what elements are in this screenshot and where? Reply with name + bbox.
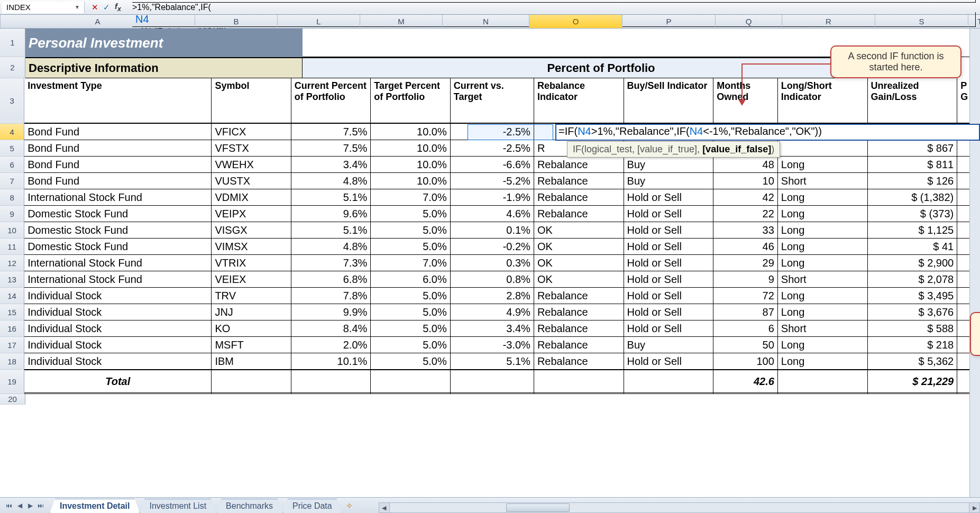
cell-M7[interactable]: 10.0%	[371, 173, 450, 189]
sheet-tab-investment-list[interactable]: Investment List	[139, 499, 216, 513]
cell-M9[interactable]: 5.0%	[371, 206, 450, 222]
row-header-10[interactable]: 10	[0, 222, 24, 239]
cell-B7[interactable]: VUSTX	[212, 173, 291, 189]
cell-S13[interactable]: $ 2,078	[868, 271, 958, 288]
cell-L7[interactable]: 4.8%	[291, 173, 371, 189]
cell-L15[interactable]: 9.9%	[291, 304, 371, 320]
cell-S10[interactable]: $ 1,125	[868, 222, 958, 239]
cell-L6[interactable]: 3.4%	[291, 157, 371, 173]
cell-P17[interactable]: Buy	[624, 337, 714, 353]
row-header-19[interactable]: 19	[0, 370, 24, 394]
cell-A15[interactable]: Individual Stock	[24, 304, 212, 320]
row-header-1[interactable]: 1	[0, 29, 25, 57]
cell-A16[interactable]: Individual Stock	[24, 320, 212, 337]
cell-O6[interactable]: Rebalance	[534, 157, 624, 173]
cell-A6[interactable]: Bond Fund	[24, 157, 212, 173]
cell-M13[interactable]: 6.0%	[371, 271, 450, 288]
cell-L9[interactable]: 9.6%	[291, 206, 371, 222]
cell-P15[interactable]: Hold or Sell	[624, 304, 714, 320]
cell-Q6[interactable]: 48	[713, 157, 778, 173]
cell-P9[interactable]: Hold or Sell	[624, 206, 714, 222]
cell-R15[interactable]: Long	[778, 304, 868, 320]
total-Q[interactable]: 42.6	[713, 370, 778, 394]
enter-icon[interactable]: ✓	[102, 3, 111, 12]
cell-L18[interactable]: 10.1%	[291, 353, 371, 370]
cell-P13[interactable]: Hold or Sell	[624, 271, 714, 288]
column-header-A[interactable]: A	[1, 15, 195, 28]
total-P[interactable]	[624, 370, 714, 394]
total-O[interactable]	[534, 370, 624, 394]
cell-P8[interactable]: Hold or Sell	[624, 189, 714, 206]
cell-A10[interactable]: Domestic Stock Fund	[24, 222, 212, 239]
cell-N17[interactable]: -3.0%	[451, 337, 534, 353]
cell-Q17[interactable]: 50	[713, 337, 778, 353]
cell-S11[interactable]: $ 41	[868, 239, 958, 255]
cell-P14[interactable]: Hold or Sell	[624, 288, 714, 304]
cell-M12[interactable]: 7.0%	[371, 255, 450, 271]
cell-O8[interactable]: Rebalance	[534, 189, 624, 206]
row-header-2[interactable]: 2	[0, 57, 25, 78]
cell-B5[interactable]: VFSTX	[212, 140, 291, 157]
cell-L4[interactable]: 7.5%	[291, 124, 371, 140]
cell-O7[interactable]: Rebalance	[534, 173, 624, 189]
row-header-16[interactable]: 16	[0, 320, 24, 337]
row-header-18[interactable]: 18	[0, 353, 24, 370]
total-N[interactable]	[451, 370, 534, 394]
tab-nav-next-icon[interactable]: ▶	[25, 502, 35, 509]
cell-B13[interactable]: VEIEX	[212, 271, 291, 288]
fx-icon[interactable]: fx	[113, 2, 123, 13]
cell-M18[interactable]: 5.0%	[371, 353, 450, 370]
cell-S17[interactable]: $ 218	[868, 337, 958, 353]
cell-S9[interactable]: $ (373)	[868, 206, 958, 222]
cell-Q8[interactable]: 42	[713, 189, 778, 206]
column-header-N[interactable]: N	[443, 15, 529, 28]
cell-S16[interactable]: $ 588	[868, 320, 958, 337]
column-header-M[interactable]: M	[360, 15, 443, 28]
cell-A4[interactable]: Bond Fund	[24, 124, 212, 140]
cell-B10[interactable]: VISGX	[212, 222, 291, 239]
cell-N16[interactable]: 3.4%	[451, 320, 534, 337]
cell-M11[interactable]: 5.0%	[371, 239, 450, 255]
row-header-7[interactable]: 7	[0, 173, 24, 189]
cell-M5[interactable]: 10.0%	[371, 140, 450, 157]
cell-A17[interactable]: Individual Stock	[24, 337, 212, 353]
column-header-S[interactable]: S	[875, 15, 968, 28]
cell-Q7[interactable]: 10	[713, 173, 778, 189]
cell-R9[interactable]: Long	[778, 206, 868, 222]
cell-R10[interactable]: Long	[778, 222, 868, 239]
cell-O15[interactable]: Rebalance	[534, 304, 624, 320]
row-header-15[interactable]: 15	[0, 304, 24, 320]
column-header-T[interactable]: T	[968, 15, 980, 28]
cell-O17[interactable]: Rebalance	[534, 337, 624, 353]
cell-L10[interactable]: 5.1%	[291, 222, 371, 239]
cell-O11[interactable]: OK	[534, 239, 624, 255]
cell-N6[interactable]: -6.6%	[451, 157, 534, 173]
cell-O9[interactable]: Rebalance	[534, 206, 624, 222]
cell-P6[interactable]: Buy	[624, 157, 714, 173]
cell-O12[interactable]: OK	[534, 255, 624, 271]
row-header-3[interactable]: 3	[0, 78, 24, 124]
cell-N7[interactable]: -5.2%	[451, 173, 534, 189]
row-header-8[interactable]: 8	[0, 189, 24, 206]
hscroll-right-icon[interactable]: ▶	[969, 503, 979, 512]
cell-N11[interactable]: -0.2%	[451, 239, 534, 255]
cell-L8[interactable]: 5.1%	[291, 189, 371, 206]
cell-N18[interactable]: 5.1%	[451, 353, 534, 370]
cell-Q14[interactable]: 72	[713, 288, 778, 304]
cell-P10[interactable]: Hold or Sell	[624, 222, 714, 239]
cell-L5[interactable]: 7.5%	[291, 140, 371, 157]
cell-B18[interactable]: IBM	[212, 353, 291, 370]
cell-R16[interactable]: Short	[778, 320, 868, 337]
cell-P7[interactable]: Buy	[624, 173, 714, 189]
cell-L12[interactable]: 7.3%	[291, 255, 371, 271]
horizontal-scrollbar[interactable]: ◀ ▶	[379, 502, 980, 513]
cell-B11[interactable]: VIMSX	[212, 239, 291, 255]
cell-R7[interactable]: Short	[778, 173, 868, 189]
row-header-6[interactable]: 6	[0, 157, 24, 173]
row-header-5[interactable]: 5	[0, 140, 24, 157]
cell-M17[interactable]: 5.0%	[371, 337, 450, 353]
cell-R12[interactable]: Long	[778, 255, 868, 271]
vertical-scrollbar[interactable]	[969, 29, 980, 497]
cell-A7[interactable]: Bond Fund	[24, 173, 212, 189]
cell-Q10[interactable]: 33	[713, 222, 778, 239]
